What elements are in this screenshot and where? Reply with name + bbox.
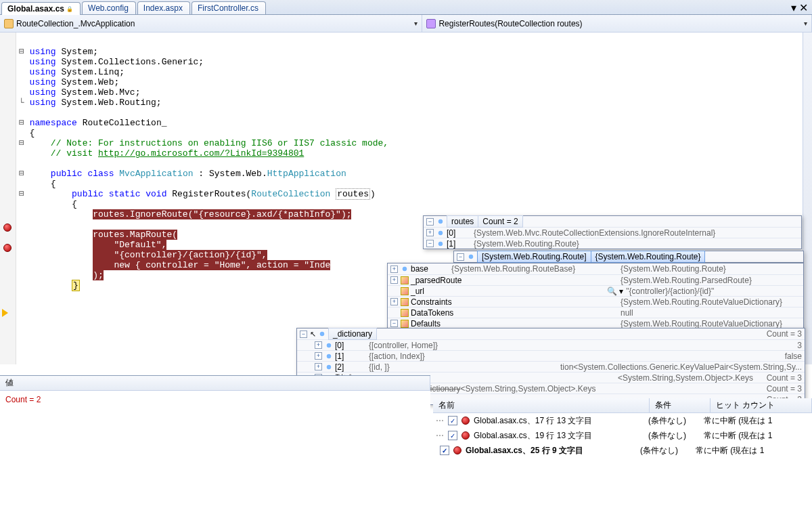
field-icon (325, 352, 333, 360)
field-icon (467, 253, 475, 261)
collapse-icon[interactable]: − (426, 240, 434, 247)
editor-tabs: Global.asax.cs🔒 Web.config Index.aspx Fi… (0, 0, 812, 15)
caret: } (72, 280, 80, 291)
chevron-down-icon: ▾ (804, 20, 807, 27)
collapse-icon[interactable]: − (457, 253, 464, 261)
expand-icon[interactable]: + (315, 363, 322, 370)
breakpoint-row[interactable]: ⋯✓ Global.asax.cs、17 行 13 文字目(条件なし)常に中断 … (433, 413, 812, 428)
property-icon (401, 298, 409, 306)
private-field-icon (401, 287, 409, 295)
collapse-icon[interactable]: − (300, 331, 307, 338)
tab-dropdown-icon[interactable]: ▾ (791, 1, 796, 14)
checkbox[interactable]: ✓ (448, 416, 457, 425)
debug-tooltip-route[interactable]: − [System.Web.Routing.Route] {System.Web… (453, 251, 804, 263)
lock-icon: 🔒 (66, 6, 73, 12)
breakpoint-icon (461, 431, 470, 440)
class-dropdown[interactable]: RouteCollection_.MvcApplication▾ (0, 15, 422, 32)
expand-icon[interactable]: + (390, 276, 398, 284)
tab-close-icon[interactable]: ✕ (799, 1, 808, 14)
vertical-scrollbar[interactable] (803, 33, 812, 364)
breakpoint-row[interactable]: ✓ Global.asax.cs、25 行 9 文字目(条件なし)常に中断 (現… (433, 443, 812, 458)
column-header-value[interactable]: 値 (0, 376, 430, 390)
private-field-icon (401, 276, 409, 284)
member-nav: RouteCollection_.MvcApplication▾ Registe… (0, 15, 812, 33)
collapse-icon[interactable]: − (426, 218, 434, 226)
current-line-arrow-icon (2, 309, 8, 317)
expand-icon[interactable]: + (426, 229, 434, 236)
breakpoint-icon (461, 417, 470, 425)
breakpoints-panel[interactable]: 名前 条件 ヒット カウント ⋯✓ Global.asax.cs、17 行 13… (433, 398, 812, 503)
field-icon (436, 229, 445, 237)
checkbox[interactable]: ✓ (440, 446, 449, 455)
breakpoint-icon[interactable] (3, 224, 12, 232)
breakpoint-icon[interactable] (3, 244, 12, 252)
magnifier-icon[interactable]: 🔍 ▾ (607, 286, 623, 297)
field-icon (436, 240, 445, 248)
debug-tooltip-routes[interactable]: − routes Count = 2 + [0] {System.Web.Mvc… (423, 215, 802, 249)
method-dropdown[interactable]: RegisterRoutes(RouteCollection routes)▾ (422, 15, 812, 32)
code-text: ⊟ using System; using System.Collections… (19, 37, 388, 301)
field-icon (325, 341, 333, 349)
editor-gutter[interactable] (0, 33, 16, 364)
checkbox[interactable]: ✓ (448, 431, 457, 440)
tab-first-controller[interactable]: FirstController.cs (191, 1, 266, 14)
tab-global-asax[interactable]: Global.asax.cs🔒 (1, 2, 81, 15)
expand-icon[interactable]: + (315, 341, 322, 349)
watch-value: Count = 2 (0, 391, 430, 408)
field-icon (318, 330, 326, 338)
tab-web-config[interactable]: Web.config (82, 1, 136, 14)
method-icon (426, 19, 436, 28)
expand-icon[interactable]: + (390, 298, 398, 305)
breakpoint-icon (453, 446, 461, 454)
chevron-down-icon: ▾ (414, 20, 418, 27)
debug-tooltip-route-props[interactable]: +base{System.Web.Routing.RouteBase}{Syst… (387, 263, 804, 329)
watch-panel[interactable]: 値 Count = 2 (0, 375, 430, 504)
expand-icon[interactable]: + (390, 265, 398, 273)
column-header-condition[interactable]: 条件 (650, 398, 710, 412)
property-icon (401, 309, 409, 317)
expand-icon[interactable]: + (315, 352, 322, 360)
class-icon (4, 19, 14, 28)
link-iis-docs[interactable]: http://go.microsoft.com/?LinkId=9394801 (98, 148, 304, 158)
tab-index-aspx[interactable]: Index.aspx (137, 1, 190, 14)
breakpoint-row[interactable]: ⋯✓ Global.asax.cs、19 行 13 文字目(条件なし)常に中断 … (433, 428, 812, 443)
column-header-name[interactable]: 名前 (433, 398, 650, 412)
field-icon (325, 363, 333, 371)
collapse-icon[interactable]: − (390, 320, 398, 327)
property-icon (401, 320, 409, 328)
field-icon (436, 217, 445, 226)
column-header-hitcount[interactable]: ヒット カウント (710, 398, 812, 412)
field-icon (401, 265, 409, 273)
